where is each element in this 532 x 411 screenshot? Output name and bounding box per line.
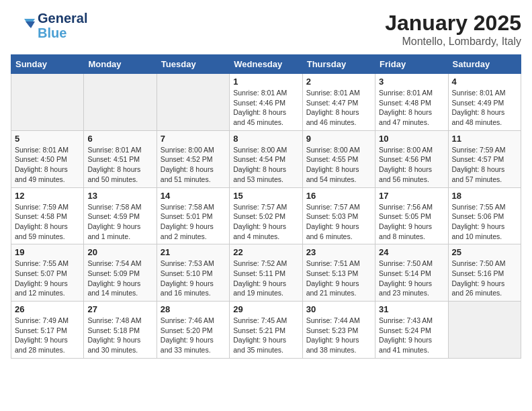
calendar-cell: 20Sunrise: 7:54 AMSunset: 5:09 PMDayligh… <box>84 244 157 302</box>
calendar-cell <box>157 74 229 131</box>
calendar-header-sunday: Sunday <box>11 55 84 74</box>
day-info: Sunrise: 7:56 AMSunset: 5:05 PMDaylight:… <box>379 202 444 242</box>
logo-icon <box>11 13 35 38</box>
calendar-header-monday: Monday <box>84 55 157 74</box>
day-info: Sunrise: 8:01 AMSunset: 4:48 PMDaylight:… <box>379 88 444 128</box>
day-number: 7 <box>161 134 226 144</box>
calendar-cell <box>84 74 157 131</box>
day-info: Sunrise: 8:01 AMSunset: 4:47 PMDaylight:… <box>306 88 371 128</box>
calendar-cell: 24Sunrise: 7:50 AMSunset: 5:14 PMDayligh… <box>375 244 448 302</box>
day-info: Sunrise: 8:01 AMSunset: 4:49 PMDaylight:… <box>452 88 517 128</box>
page-header: General Blue January 2025 Montello, Lomb… <box>11 11 521 48</box>
calendar-header-thursday: Thursday <box>302 55 375 74</box>
calendar-cell: 18Sunrise: 7:55 AMSunset: 5:06 PMDayligh… <box>448 187 521 244</box>
calendar-cell: 25Sunrise: 7:50 AMSunset: 5:16 PMDayligh… <box>448 244 521 302</box>
day-number: 30 <box>306 304 371 314</box>
day-number: 24 <box>379 247 444 257</box>
day-info: Sunrise: 8:00 AMSunset: 4:55 PMDaylight:… <box>306 145 371 185</box>
calendar-cell: 10Sunrise: 8:00 AMSunset: 4:56 PMDayligh… <box>375 130 448 187</box>
calendar-cell: 12Sunrise: 7:59 AMSunset: 4:58 PMDayligh… <box>11 187 84 244</box>
calendar-header-row: SundayMondayTuesdayWednesdayThursdayFrid… <box>11 55 521 74</box>
day-number: 5 <box>15 134 80 144</box>
calendar-cell: 2Sunrise: 8:01 AMSunset: 4:47 PMDaylight… <box>302 74 375 131</box>
day-info: Sunrise: 8:01 AMSunset: 4:51 PMDaylight:… <box>87 145 152 185</box>
logo-line2: Blue <box>38 26 87 40</box>
day-number: 29 <box>233 304 298 314</box>
calendar-cell: 31Sunrise: 7:43 AMSunset: 5:24 PMDayligh… <box>375 302 448 359</box>
calendar-cell: 26Sunrise: 7:49 AMSunset: 5:17 PMDayligh… <box>11 302 84 359</box>
calendar-cell: 9Sunrise: 8:00 AMSunset: 4:55 PMDaylight… <box>302 130 375 187</box>
day-number: 21 <box>161 247 226 257</box>
calendar-cell: 13Sunrise: 7:58 AMSunset: 4:59 PMDayligh… <box>84 187 157 244</box>
calendar-cell: 22Sunrise: 7:52 AMSunset: 5:11 PMDayligh… <box>230 244 302 302</box>
day-info: Sunrise: 7:55 AMSunset: 5:07 PMDaylight:… <box>15 259 80 298</box>
calendar-header-wednesday: Wednesday <box>230 55 302 74</box>
day-number: 26 <box>15 304 80 314</box>
day-number: 16 <box>306 191 371 201</box>
day-info: Sunrise: 8:00 AMSunset: 4:56 PMDaylight:… <box>379 145 444 185</box>
calendar-cell: 21Sunrise: 7:53 AMSunset: 5:10 PMDayligh… <box>157 244 229 302</box>
calendar-cell: 27Sunrise: 7:48 AMSunset: 5:18 PMDayligh… <box>84 302 157 359</box>
title-block: January 2025 Montello, Lombardy, Italy <box>385 11 521 48</box>
day-info: Sunrise: 7:57 AMSunset: 5:03 PMDaylight:… <box>306 202 371 242</box>
calendar-week-5: 26Sunrise: 7:49 AMSunset: 5:17 PMDayligh… <box>11 302 521 359</box>
day-number: 3 <box>379 77 444 87</box>
day-info: Sunrise: 8:01 AMSunset: 4:46 PMDaylight:… <box>233 88 298 128</box>
day-info: Sunrise: 7:54 AMSunset: 5:09 PMDaylight:… <box>87 259 152 298</box>
logo: General Blue <box>11 11 87 40</box>
calendar-cell: 28Sunrise: 7:46 AMSunset: 5:20 PMDayligh… <box>157 302 229 359</box>
day-number: 15 <box>233 191 298 201</box>
day-number: 20 <box>87 247 152 257</box>
day-info: Sunrise: 7:55 AMSunset: 5:06 PMDaylight:… <box>452 202 517 242</box>
calendar-cell <box>448 302 521 359</box>
month-title: January 2025 <box>385 11 521 36</box>
day-info: Sunrise: 8:00 AMSunset: 4:54 PMDaylight:… <box>233 145 298 185</box>
day-info: Sunrise: 7:58 AMSunset: 5:01 PMDaylight:… <box>161 202 226 242</box>
day-number: 17 <box>379 191 444 201</box>
day-info: Sunrise: 7:52 AMSunset: 5:11 PMDaylight:… <box>233 259 298 298</box>
calendar-cell: 15Sunrise: 7:57 AMSunset: 5:02 PMDayligh… <box>230 187 302 244</box>
day-info: Sunrise: 7:58 AMSunset: 4:59 PMDaylight:… <box>87 202 152 242</box>
day-info: Sunrise: 7:43 AMSunset: 5:24 PMDaylight:… <box>379 316 444 355</box>
day-number: 18 <box>452 191 517 201</box>
calendar-week-3: 12Sunrise: 7:59 AMSunset: 4:58 PMDayligh… <box>11 187 521 244</box>
calendar-cell: 4Sunrise: 8:01 AMSunset: 4:49 PMDaylight… <box>448 74 521 131</box>
day-number: 19 <box>15 247 80 257</box>
day-number: 2 <box>306 77 371 87</box>
day-info: Sunrise: 7:46 AMSunset: 5:20 PMDaylight:… <box>161 316 226 355</box>
calendar-cell: 19Sunrise: 7:55 AMSunset: 5:07 PMDayligh… <box>11 244 84 302</box>
day-number: 1 <box>233 77 298 87</box>
calendar-week-1: 1Sunrise: 8:01 AMSunset: 4:46 PMDaylight… <box>11 74 521 131</box>
calendar-cell: 17Sunrise: 7:56 AMSunset: 5:05 PMDayligh… <box>375 187 448 244</box>
day-number: 4 <box>452 77 517 87</box>
calendar-cell: 1Sunrise: 8:01 AMSunset: 4:46 PMDaylight… <box>230 74 302 131</box>
day-info: Sunrise: 7:49 AMSunset: 5:17 PMDaylight:… <box>15 316 80 355</box>
day-number: 13 <box>87 191 152 201</box>
calendar-cell: 23Sunrise: 7:51 AMSunset: 5:13 PMDayligh… <box>302 244 375 302</box>
day-number: 25 <box>452 247 517 257</box>
day-number: 27 <box>87 304 152 314</box>
day-number: 11 <box>452 134 517 144</box>
calendar-header-tuesday: Tuesday <box>157 55 229 74</box>
day-info: Sunrise: 8:00 AMSunset: 4:52 PMDaylight:… <box>161 145 226 185</box>
day-number: 10 <box>379 134 444 144</box>
calendar-header-saturday: Saturday <box>448 55 521 74</box>
day-number: 12 <box>15 191 80 201</box>
calendar-cell: 16Sunrise: 7:57 AMSunset: 5:03 PMDayligh… <box>302 187 375 244</box>
calendar-cell: 7Sunrise: 8:00 AMSunset: 4:52 PMDaylight… <box>157 130 229 187</box>
day-info: Sunrise: 7:44 AMSunset: 5:23 PMDaylight:… <box>306 316 371 355</box>
calendar-cell: 5Sunrise: 8:01 AMSunset: 4:50 PMDaylight… <box>11 130 84 187</box>
day-number: 9 <box>306 134 371 144</box>
day-info: Sunrise: 7:59 AMSunset: 4:57 PMDaylight:… <box>452 145 517 185</box>
day-number: 23 <box>306 247 371 257</box>
calendar-cell: 11Sunrise: 7:59 AMSunset: 4:57 PMDayligh… <box>448 130 521 187</box>
calendar-cell: 8Sunrise: 8:00 AMSunset: 4:54 PMDaylight… <box>230 130 302 187</box>
day-info: Sunrise: 8:01 AMSunset: 4:50 PMDaylight:… <box>15 145 80 185</box>
day-info: Sunrise: 7:45 AMSunset: 5:21 PMDaylight:… <box>233 316 298 355</box>
day-number: 8 <box>233 134 298 144</box>
day-info: Sunrise: 7:53 AMSunset: 5:10 PMDaylight:… <box>161 259 226 298</box>
day-number: 28 <box>161 304 226 314</box>
calendar-cell: 29Sunrise: 7:45 AMSunset: 5:21 PMDayligh… <box>230 302 302 359</box>
calendar-week-2: 5Sunrise: 8:01 AMSunset: 4:50 PMDaylight… <box>11 130 521 187</box>
calendar-week-4: 19Sunrise: 7:55 AMSunset: 5:07 PMDayligh… <box>11 244 521 302</box>
